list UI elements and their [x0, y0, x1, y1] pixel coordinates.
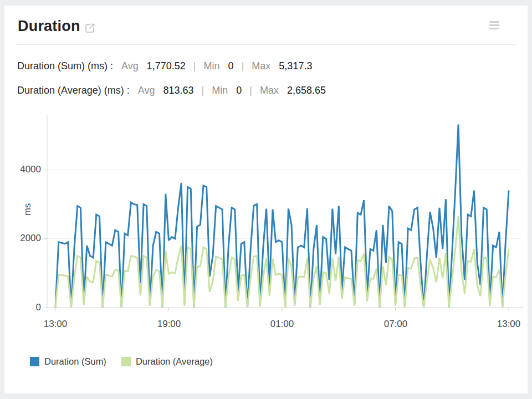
- header-divider: [17, 44, 515, 45]
- stats-sum-label: Duration (Sum) (ms) :: [17, 60, 113, 71]
- stats-avg-avg-value: 813.63: [163, 85, 193, 96]
- stats-sum-min-label: Min: [204, 60, 220, 71]
- duration-widget-card: Duration Duration (Sum) (ms) : Avg 1,770…: [4, 6, 528, 393]
- stats-row-average: Duration (Average) (ms) : Avg 813.63 | M…: [17, 85, 326, 96]
- x-tick-label: 19:00: [147, 318, 191, 330]
- x-tick-label: 13:00: [487, 318, 531, 330]
- x-tick-label: 01:00: [260, 318, 304, 330]
- stats-avg-max-value: 2,658.65: [287, 85, 326, 96]
- legend-label-average: Duration (Average): [136, 356, 213, 367]
- stats-avg-max-label: Max: [260, 85, 279, 96]
- chart-legend: Duration (Sum) Duration (Average): [30, 356, 213, 367]
- stats-avg-min-value: 0: [236, 85, 242, 96]
- stats-sum-avg-label: Avg: [121, 60, 139, 71]
- widget-title: Duration: [18, 18, 80, 35]
- x-tick-label: 13:00: [33, 318, 78, 330]
- stats-separator: |: [193, 60, 196, 71]
- stats-sum-max-label: Max: [252, 60, 270, 71]
- stats-row-sum: Duration (Sum) (ms) : Avg 1,770.52 | Min…: [17, 60, 312, 72]
- y-tick-label: 0: [14, 302, 41, 313]
- stats-avg-avg-label: Avg: [138, 85, 155, 96]
- legend-swatch-average: [121, 357, 131, 366]
- stats-separator: |: [242, 60, 244, 71]
- legend-label-sum: Duration (Sum): [44, 356, 106, 367]
- y-tick-label: 4000: [14, 164, 41, 175]
- menu-icon[interactable]: [489, 21, 499, 30]
- stats-separator: |: [202, 85, 204, 96]
- x-tick-label: 07:00: [374, 318, 418, 330]
- stats-separator: |: [249, 85, 252, 96]
- external-link-icon[interactable]: [84, 22, 96, 34]
- y-axis-title: ms: [21, 193, 34, 226]
- stats-avg-min-label: Min: [212, 85, 228, 96]
- chart-canvas: [4, 6, 528, 349]
- legend-item-sum[interactable]: Duration (Sum): [30, 356, 106, 367]
- legend-item-average[interactable]: Duration (Average): [121, 356, 213, 367]
- stats-avg-label: Duration (Average) (ms) :: [17, 85, 130, 96]
- stats-sum-max-value: 5,317.3: [279, 60, 312, 71]
- stats-sum-avg-value: 1,770.52: [147, 60, 186, 71]
- stats-sum-min-value: 0: [228, 60, 234, 71]
- y-tick-label: 2000: [14, 233, 41, 244]
- legend-swatch-sum: [30, 357, 39, 366]
